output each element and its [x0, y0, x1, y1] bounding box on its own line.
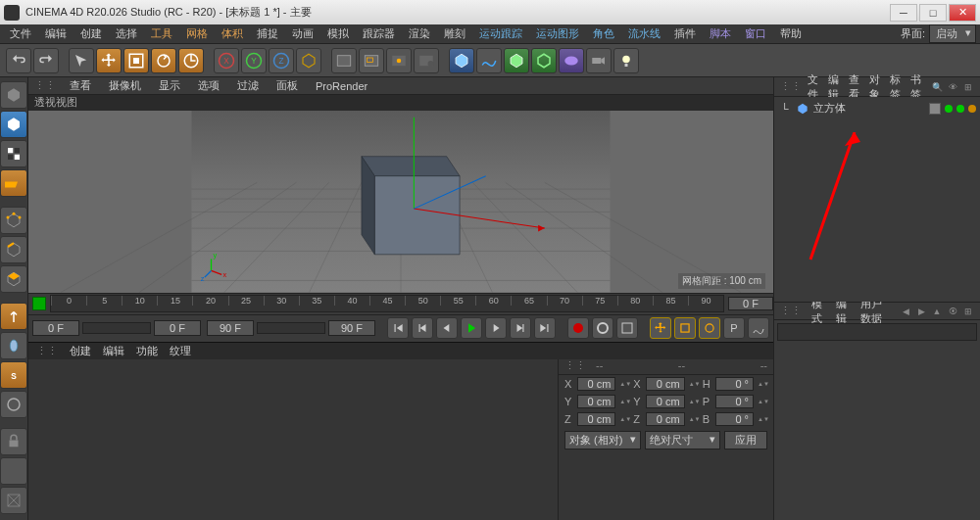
- mat-tab-texture[interactable]: 纹理: [170, 344, 191, 358]
- render-pv-button[interactable]: [386, 48, 412, 73]
- next-key-button[interactable]: [510, 317, 531, 339]
- end-frame-field[interactable]: 90 F: [328, 320, 375, 336]
- object-visible-editor[interactable]: [945, 105, 953, 113]
- autokey-button[interactable]: [592, 317, 613, 339]
- coord-x-size[interactable]: 0 cm: [646, 377, 684, 391]
- move-tool[interactable]: [96, 48, 122, 73]
- attr-lock-icon[interactable]: ⦿: [947, 306, 958, 317]
- coord-y-size[interactable]: 0 cm: [646, 395, 684, 408]
- menu-simulate[interactable]: 模拟: [321, 24, 355, 43]
- preview-start-field[interactable]: 0 F: [154, 320, 201, 336]
- key-pla-button[interactable]: [748, 317, 769, 339]
- surface-workplane-button[interactable]: [0, 487, 27, 514]
- texture-mode-button[interactable]: [0, 140, 27, 167]
- range-slider-end[interactable]: [257, 322, 325, 334]
- coord-mode-combo[interactable]: 对象 (相对)▾: [564, 431, 641, 449]
- menu-character[interactable]: 角色: [587, 24, 620, 43]
- material-manager[interactable]: [28, 359, 558, 521]
- maximize-button[interactable]: □: [919, 4, 947, 22]
- key-scale-button[interactable]: [674, 317, 696, 339]
- prev-frame-button[interactable]: [436, 317, 458, 339]
- object-row-cube[interactable]: └ 立方体: [778, 101, 976, 116]
- menu-mograph[interactable]: 运动图形: [530, 24, 585, 43]
- object-visible-render[interactable]: [956, 105, 964, 113]
- coord-x-pos[interactable]: 0 cm: [577, 377, 615, 391]
- menu-sculpt[interactable]: 雕刻: [438, 24, 471, 43]
- add-primitive-button[interactable]: [449, 48, 474, 73]
- view-tab-display[interactable]: 显示: [155, 77, 184, 94]
- coord-z-size[interactable]: 0 cm: [646, 412, 684, 426]
- menu-help[interactable]: 帮助: [774, 24, 808, 43]
- menu-edit[interactable]: 编辑: [39, 24, 73, 43]
- axis-mode-button[interactable]: [0, 303, 27, 330]
- scale-tool[interactable]: [123, 48, 149, 73]
- coord-system-toggle[interactable]: [296, 48, 321, 73]
- planar-workplane-button[interactable]: [0, 457, 27, 485]
- menu-create[interactable]: 创建: [74, 24, 108, 43]
- range-slider-start[interactable]: [82, 322, 151, 334]
- locked-workplane-button[interactable]: [0, 428, 27, 455]
- om-expand-icon[interactable]: ⊞: [962, 81, 974, 93]
- view-tab-panel[interactable]: 面板: [272, 77, 302, 94]
- axis-y-toggle[interactable]: Y: [241, 48, 267, 73]
- coord-apply-button[interactable]: 应用: [724, 431, 767, 449]
- prev-key-button[interactable]: [412, 317, 433, 339]
- add-deformer-button[interactable]: [531, 48, 557, 73]
- menu-select[interactable]: 选择: [110, 24, 143, 43]
- menu-script[interactable]: 脚本: [704, 24, 737, 43]
- add-light-button[interactable]: [613, 48, 639, 73]
- redo-button[interactable]: [33, 48, 59, 73]
- timeline-ruler[interactable]: 0 5 10 15 20 25 30 35 40 45 50 55 60 65 …: [50, 295, 724, 312]
- render-view-button[interactable]: [331, 48, 357, 73]
- layout-combo[interactable]: 启动: [929, 24, 976, 43]
- add-environment-button[interactable]: [559, 48, 584, 73]
- recent-tool[interactable]: [178, 48, 204, 73]
- viewport-perspective[interactable]: y x z 网格间距 : 100 cm: [28, 111, 773, 293]
- menu-volume[interactable]: 体积: [216, 24, 249, 43]
- select-tool[interactable]: [69, 48, 94, 73]
- snap-button[interactable]: S: [0, 361, 27, 389]
- preview-end-field[interactable]: 90 F: [207, 320, 254, 336]
- coord-h-rot[interactable]: 0 °: [715, 377, 754, 391]
- point-mode-button[interactable]: [0, 207, 27, 234]
- key-param-button[interactable]: P: [723, 317, 745, 339]
- polygon-mode-button[interactable]: [0, 265, 27, 293]
- attr-back-icon[interactable]: ◀: [900, 306, 911, 317]
- key-position-button[interactable]: [650, 317, 671, 339]
- mat-tab-create[interactable]: 创建: [70, 344, 91, 358]
- om-eye-icon[interactable]: 👁: [947, 81, 958, 93]
- minimize-button[interactable]: ─: [890, 4, 917, 22]
- tweak-mode-button[interactable]: [0, 332, 27, 359]
- view-tab-cameras[interactable]: 摄像机: [105, 77, 145, 94]
- axis-x-toggle[interactable]: X: [214, 48, 239, 73]
- goto-end-button[interactable]: [534, 317, 556, 339]
- close-button[interactable]: ✕: [949, 4, 976, 22]
- attr-up-icon[interactable]: ▲: [931, 306, 943, 317]
- menu-file[interactable]: 文件: [4, 24, 37, 43]
- menu-window[interactable]: 窗口: [739, 24, 772, 43]
- object-layer-toggle[interactable]: [929, 103, 941, 115]
- menu-mesh[interactable]: 网格: [180, 24, 214, 43]
- coord-z-pos[interactable]: 0 cm: [577, 412, 615, 426]
- current-frame-field[interactable]: 0 F: [728, 297, 773, 310]
- coord-size-combo[interactable]: 绝对尺寸▾: [645, 431, 721, 449]
- key-rotation-button[interactable]: [699, 317, 720, 339]
- next-frame-button[interactable]: [485, 317, 507, 339]
- add-spline-button[interactable]: [476, 48, 502, 73]
- model-mode-button[interactable]: [0, 111, 27, 138]
- menu-snap[interactable]: 捕捉: [251, 24, 284, 43]
- axis-z-toggle[interactable]: Z: [269, 48, 294, 73]
- menu-tracker[interactable]: 跟踪器: [357, 24, 401, 43]
- object-tree[interactable]: └ 立方体: [774, 97, 980, 302]
- view-tab-filter[interactable]: 过滤: [233, 77, 263, 94]
- mat-tab-function[interactable]: 功能: [136, 344, 158, 358]
- attr-expand-icon[interactable]: ⊞: [962, 306, 974, 317]
- workplane-button[interactable]: [0, 169, 27, 197]
- add-generator-button[interactable]: [504, 48, 529, 73]
- menu-plugins[interactable]: 插件: [668, 24, 702, 43]
- object-name-label[interactable]: 立方体: [813, 101, 925, 116]
- menu-animate[interactable]: 动画: [286, 24, 319, 43]
- object-tag-dot[interactable]: [968, 105, 976, 113]
- viewport-solo-button[interactable]: [0, 391, 27, 418]
- add-camera-button[interactable]: [586, 48, 612, 73]
